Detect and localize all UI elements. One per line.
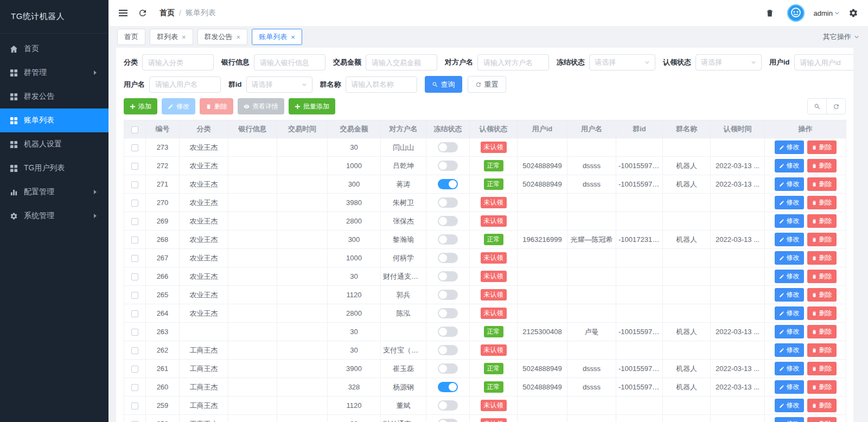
row-checkbox[interactable]	[131, 255, 138, 262]
row-delete-button[interactable]: 删除	[807, 380, 837, 394]
sidebar-item-系统管理[interactable]: 系统管理	[0, 204, 108, 228]
filter-select-认领状态[interactable]: 请选择	[695, 54, 762, 71]
row-delete-button[interactable]: 删除	[807, 177, 837, 191]
row-edit-button[interactable]: 修改	[775, 325, 804, 338]
row-edit-button[interactable]: 修改	[775, 159, 804, 172]
row-edit-button[interactable]: 修改	[775, 177, 804, 191]
trash-icon[interactable]	[765, 8, 775, 18]
frozen-toggle[interactable]	[438, 271, 458, 282]
close-icon[interactable]: ×	[182, 34, 186, 41]
select-all-checkbox[interactable]	[131, 126, 138, 133]
row-edit-button[interactable]: 修改	[775, 196, 804, 209]
修改-button[interactable]: 修改	[162, 98, 195, 114]
row-edit-button[interactable]: 修改	[775, 233, 804, 246]
添加-button[interactable]: 添加	[124, 98, 157, 114]
查看详情-button[interactable]: 查看详情	[238, 98, 284, 114]
row-delete-button[interactable]: 删除	[807, 233, 837, 246]
row-checkbox[interactable]	[131, 163, 138, 170]
reset-button[interactable]: 重置	[468, 76, 506, 93]
frozen-toggle[interactable]	[438, 419, 458, 422]
row-edit-button[interactable]: 修改	[775, 270, 804, 283]
frozen-toggle[interactable]	[438, 179, 458, 189]
row-delete-button[interactable]: 删除	[807, 159, 837, 172]
refresh-icon-button[interactable]	[826, 98, 846, 114]
row-delete-button[interactable]: 删除	[807, 270, 837, 283]
filter-input-用户id[interactable]	[794, 54, 853, 71]
frozen-toggle[interactable]	[438, 363, 458, 374]
tab-群发公告[interactable]: 群发公告×	[197, 29, 248, 45]
row-delete-button[interactable]: 删除	[807, 399, 837, 412]
row-delete-button[interactable]: 删除	[807, 306, 837, 320]
close-icon[interactable]: ×	[237, 34, 241, 41]
filter-select-群id[interactable]: 请选择	[246, 76, 312, 93]
tab-群列表[interactable]: 群列表×	[150, 29, 193, 45]
frozen-toggle[interactable]	[438, 308, 458, 318]
row-checkbox[interactable]	[131, 144, 138, 151]
filter-input-分类[interactable]	[142, 54, 214, 71]
sidebar-item-群发公告[interactable]: 群发公告	[0, 85, 108, 108]
row-delete-button[interactable]: 删除	[807, 417, 837, 422]
row-edit-button[interactable]: 修改	[775, 140, 804, 154]
avatar[interactable]	[787, 4, 805, 22]
frozen-toggle[interactable]	[438, 253, 458, 263]
frozen-toggle[interactable]	[438, 142, 458, 152]
query-button[interactable]: 查询	[425, 76, 462, 93]
row-delete-button[interactable]: 删除	[807, 140, 837, 154]
row-checkbox[interactable]	[131, 347, 138, 354]
filter-input-对方户名[interactable]	[477, 54, 549, 71]
删除-button[interactable]: 删除	[200, 98, 233, 114]
tab-账单列表[interactable]: 账单列表×	[252, 29, 302, 45]
row-edit-button[interactable]: 修改	[775, 417, 804, 422]
row-delete-button[interactable]: 删除	[807, 325, 837, 338]
user-menu[interactable]: admin	[814, 9, 840, 17]
row-delete-button[interactable]: 删除	[807, 251, 837, 265]
gear-icon[interactable]	[848, 8, 858, 18]
frozen-toggle[interactable]	[438, 197, 458, 208]
frozen-toggle[interactable]	[438, 234, 458, 245]
row-edit-button[interactable]: 修改	[775, 306, 804, 320]
row-checkbox[interactable]	[131, 218, 138, 225]
row-delete-button[interactable]: 删除	[807, 362, 837, 375]
row-edit-button[interactable]: 修改	[775, 399, 804, 412]
row-checkbox[interactable]	[131, 402, 138, 410]
sidebar-item-TG用户列表[interactable]: TG用户列表	[0, 156, 108, 180]
row-delete-button[interactable]: 删除	[807, 214, 837, 228]
row-edit-button[interactable]: 修改	[775, 251, 804, 265]
search-icon-button[interactable]	[807, 98, 827, 114]
row-delete-button[interactable]: 删除	[807, 196, 837, 209]
tab-首页[interactable]: 首页	[117, 29, 145, 45]
row-checkbox[interactable]	[131, 181, 138, 188]
breadcrumb-home[interactable]: 首页	[159, 8, 175, 18]
sidebar-item-配置管理[interactable]: 配置管理	[0, 180, 108, 204]
filter-input-群名称[interactable]	[346, 76, 417, 93]
filter-select-冻结状态[interactable]: 请选择	[589, 54, 655, 71]
close-icon[interactable]: ×	[291, 34, 295, 41]
row-checkbox[interactable]	[131, 236, 138, 244]
row-checkbox[interactable]	[131, 329, 138, 336]
row-checkbox[interactable]	[131, 310, 138, 317]
row-edit-button[interactable]: 修改	[775, 362, 804, 375]
sidebar-item-首页[interactable]: 首页	[0, 37, 108, 61]
sidebar-item-机器人设置[interactable]: 机器人设置	[0, 132, 108, 156]
frozen-toggle[interactable]	[438, 161, 458, 171]
row-edit-button[interactable]: 修改	[775, 288, 804, 302]
filter-input-用户名[interactable]	[149, 76, 221, 93]
row-edit-button[interactable]: 修改	[775, 343, 804, 357]
sidebar-item-群管理[interactable]: 群管理	[0, 61, 108, 85]
sidebar-item-账单列表[interactable]: 账单列表	[0, 108, 108, 132]
frozen-toggle[interactable]	[438, 290, 458, 300]
frozen-toggle[interactable]	[438, 345, 458, 355]
row-edit-button[interactable]: 修改	[775, 380, 804, 394]
row-checkbox[interactable]	[131, 273, 138, 280]
other-actions-dropdown[interactable]: 其它操作	[823, 32, 859, 42]
批量添加-button[interactable]: 批量添加	[289, 98, 335, 114]
frozen-toggle[interactable]	[438, 216, 458, 226]
row-edit-button[interactable]: 修改	[775, 214, 804, 228]
frozen-toggle[interactable]	[438, 327, 458, 337]
refresh-icon[interactable]	[138, 8, 148, 18]
row-checkbox[interactable]	[131, 292, 138, 299]
filter-input-银行信息[interactable]	[254, 54, 326, 71]
row-delete-button[interactable]: 删除	[807, 288, 837, 302]
row-checkbox[interactable]	[131, 200, 138, 207]
filter-input-交易金额[interactable]	[366, 54, 437, 71]
